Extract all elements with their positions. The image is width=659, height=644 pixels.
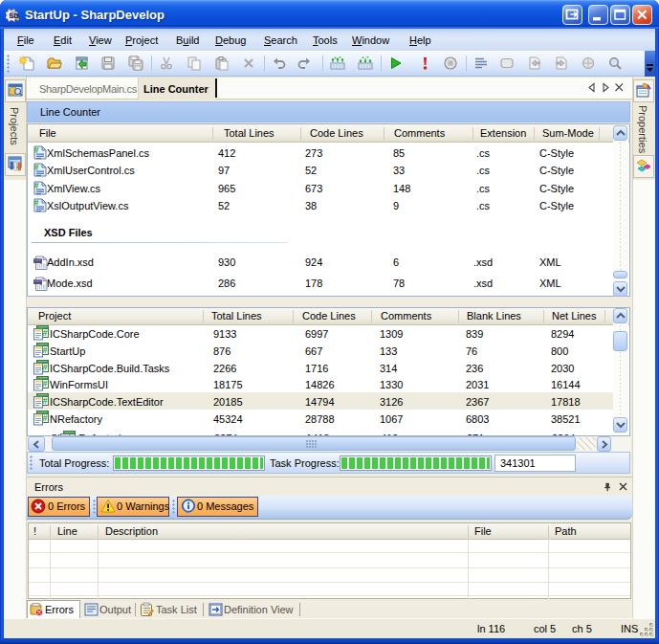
svg-text:#: # — [43, 345, 48, 355]
svg-text:#: # — [43, 363, 48, 372]
svg-text:#: # — [43, 328, 48, 338]
svg-text:SD: SD — [9, 11, 19, 20]
svg-text:#: # — [43, 379, 48, 389]
svg-text:#: # — [43, 396, 48, 406]
svg-text:#: # — [43, 413, 48, 423]
